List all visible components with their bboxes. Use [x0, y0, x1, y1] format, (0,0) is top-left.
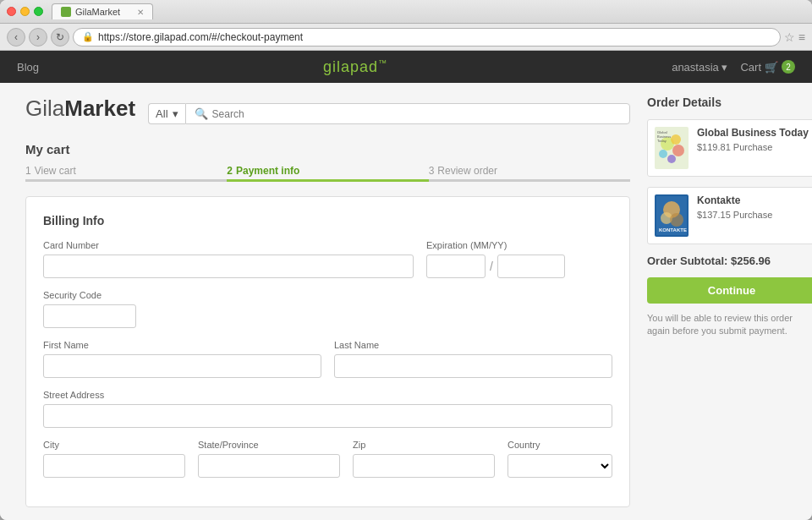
- item1-price-value: $119.81: [697, 142, 731, 152]
- country-select[interactable]: United States Canada United Kingdom: [508, 454, 612, 478]
- item2-price-type: Purchase: [733, 210, 772, 220]
- item1-thumbnail: Global Business Today: [655, 127, 689, 169]
- ssl-lock-icon: 🔒: [82, 31, 94, 42]
- user-menu[interactable]: anastasia ▾: [672, 61, 727, 74]
- back-button[interactable]: ‹: [7, 28, 25, 47]
- site-header: Blog gilapad™ anastasia ▾ Cart 🛒 2: [0, 51, 812, 83]
- card-number-input[interactable]: [43, 255, 414, 278]
- city-input[interactable]: [43, 454, 185, 478]
- continue-button[interactable]: Continue: [647, 277, 812, 304]
- street-address-label: Street Address: [43, 390, 612, 400]
- step3-label: Review order: [437, 165, 497, 177]
- order-details-title: Order Details: [647, 96, 812, 109]
- menu-icon[interactable]: ≡: [798, 30, 805, 44]
- tab-close-icon[interactable]: ✕: [137, 8, 144, 17]
- minimize-button[interactable]: [20, 7, 30, 16]
- item1-price-type: Purchase: [733, 142, 772, 152]
- security-code-row: Security Code: [43, 290, 612, 328]
- forward-button[interactable]: ›: [29, 28, 47, 47]
- right-column: Order Details Global Busin: [647, 96, 812, 507]
- search-category-dropdown[interactable]: All ▾: [148, 103, 184, 124]
- security-code-group: Security Code: [43, 290, 153, 328]
- state-group: State/Province: [198, 440, 340, 478]
- maximize-button[interactable]: [34, 7, 43, 16]
- last-name-label: Last Name: [334, 340, 612, 350]
- svg-point-3: [659, 150, 667, 158]
- order-note: You will be able to review this order ag…: [647, 312, 812, 338]
- step1-underline: [25, 179, 227, 182]
- logo-pad: pad: [350, 58, 378, 75]
- tab-favicon: [61, 7, 71, 17]
- user-dropdown-icon: ▾: [721, 61, 727, 74]
- security-code-label: Security Code: [43, 290, 153, 300]
- search-input[interactable]: [212, 108, 621, 120]
- cart-label: Cart: [740, 61, 761, 74]
- svg-point-13: [670, 213, 683, 227]
- billing-section-title: Billing Info: [43, 214, 612, 227]
- blog-link[interactable]: Blog: [17, 61, 39, 74]
- item1-name: Global Business Today: [697, 127, 809, 140]
- refresh-button[interactable]: ↻: [51, 28, 69, 47]
- expiration-group: Expiration (MM/YY) /: [426, 240, 612, 278]
- last-name-group: Last Name: [334, 340, 612, 378]
- country-label: Country: [508, 440, 612, 450]
- svg-text:Today: Today: [657, 139, 667, 143]
- svg-point-5: [667, 155, 676, 163]
- first-name-label: First Name: [43, 340, 321, 350]
- brand-light: Gila: [25, 96, 64, 121]
- order-item-1: Global Business Today Global Business To…: [647, 119, 812, 177]
- logo-gila: gila: [323, 58, 350, 75]
- logo-trademark: ™: [378, 58, 387, 68]
- first-name-group: First Name: [43, 340, 321, 378]
- expiry-year-input[interactable]: [497, 255, 565, 278]
- security-code-input[interactable]: [43, 304, 136, 328]
- tab-title: GilaMarket: [75, 7, 120, 17]
- zip-group: Zip: [353, 440, 495, 478]
- url-text: https://store.gilapad.com/#/checkout-pay…: [98, 31, 303, 43]
- last-name-input[interactable]: [334, 354, 612, 378]
- expiry-inputs: /: [426, 255, 612, 278]
- item1-info: Global Business Today $119.81 Purchase: [697, 127, 809, 152]
- address-bar[interactable]: 🔒 https://store.gilapad.com/#/checkout-p…: [73, 28, 781, 47]
- cart-button[interactable]: Cart 🛒 2: [740, 60, 795, 74]
- first-name-input[interactable]: [43, 354, 321, 378]
- billing-form-card: Billing Info Card Number Expiration (MM/…: [25, 196, 630, 507]
- search-bar: All ▾ 🔍: [148, 103, 630, 124]
- step1-label: View cart: [35, 165, 76, 177]
- street-address-group: Street Address: [43, 390, 612, 428]
- browser-tab[interactable]: GilaMarket ✕: [52, 3, 153, 19]
- address-row: Street Address: [43, 390, 612, 428]
- item2-info: Kontakte $137.15 Purchase: [697, 194, 809, 220]
- item1-price: $119.81 Purchase: [697, 142, 809, 152]
- step-view-cart: 1 View cart: [25, 165, 227, 177]
- step2-underline: [227, 179, 428, 182]
- card-number-label: Card Number: [43, 240, 414, 250]
- header-right: anastasia ▾ Cart 🛒 2: [672, 60, 795, 74]
- search-input-wrapper: 🔍: [185, 103, 630, 124]
- order-subtotal: Order Subtotal: $256.96: [647, 255, 812, 267]
- svg-point-4: [672, 145, 684, 156]
- svg-text:KONTAKTE: KONTAKTE: [659, 227, 687, 233]
- item2-name: Kontakte: [697, 194, 809, 208]
- state-input[interactable]: [198, 454, 340, 478]
- browser-window: GilaMarket ✕ ‹ › ↻ 🔒 https://store.gilap…: [0, 0, 812, 520]
- street-address-input[interactable]: [43, 404, 612, 428]
- zip-input[interactable]: [353, 454, 495, 478]
- zip-label: Zip: [353, 440, 495, 450]
- step1-number: 1: [25, 165, 31, 177]
- item2-cover-image: KONTAKTE: [655, 194, 689, 237]
- step3-number: 3: [429, 165, 435, 177]
- city-group: City: [43, 440, 185, 478]
- country-group: Country United States Canada United King…: [508, 440, 612, 478]
- cart-icon: 🛒: [765, 61, 778, 74]
- search-category-arrow: ▾: [173, 107, 178, 120]
- item2-thumbnail: KONTAKTE: [655, 194, 689, 237]
- name-row: First Name Last Name: [43, 340, 612, 378]
- checkout-steps: 1 View cart 2 Payment info 3 Review orde…: [25, 165, 630, 183]
- expiry-month-input[interactable]: [426, 255, 486, 278]
- browser-controls: ‹ › ↻ 🔒 https://store.gilapad.com/#/chec…: [0, 24, 812, 51]
- bookmark-icon[interactable]: ☆: [784, 30, 795, 44]
- close-button[interactable]: [7, 7, 16, 16]
- browser-titlebar: GilaMarket ✕: [0, 0, 812, 24]
- window-controls: [7, 7, 43, 16]
